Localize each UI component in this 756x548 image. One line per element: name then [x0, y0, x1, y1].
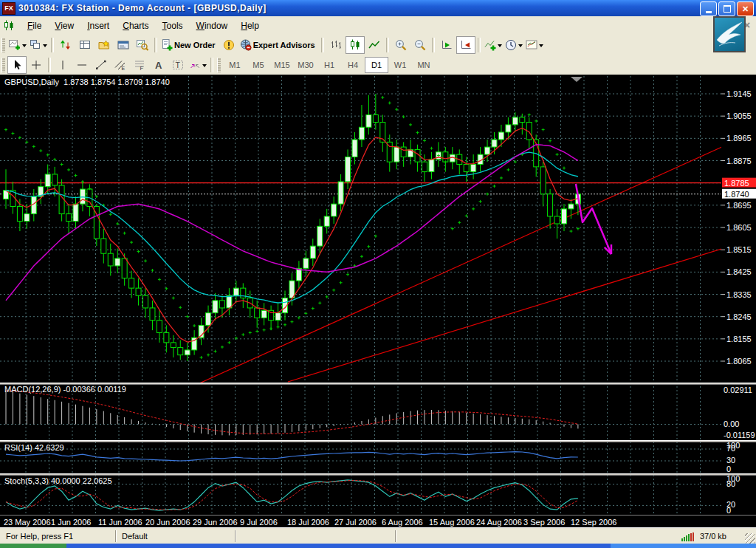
arrows-icon — [189, 59, 201, 71]
close-button[interactable]: ✕ — [737, 1, 754, 16]
equidistant-channel-button[interactable]: E — [111, 56, 130, 74]
metaeditor-button[interactable] — [219, 36, 238, 54]
chart-shift-button[interactable] — [456, 36, 475, 54]
text-icon: A — [153, 59, 165, 71]
cursor-button[interactable] — [7, 56, 27, 74]
toolbar-separator — [478, 38, 481, 52]
navigator-button[interactable] — [94, 36, 114, 54]
menu-tools[interactable]: Tools — [156, 18, 190, 33]
text-button[interactable]: A — [149, 56, 168, 74]
timeframe-d1-button[interactable]: D1 — [365, 57, 388, 73]
templates-button[interactable] — [524, 36, 545, 54]
zoom-in-button[interactable] — [391, 36, 410, 54]
line-chart-button[interactable] — [365, 36, 384, 54]
fibonacci-icon: F — [134, 59, 145, 71]
window-title: 3010384: FX Station - Demo Account - [GB… — [18, 3, 267, 13]
rsi-panel[interactable] — [0, 449, 721, 461]
svg-text:27 Jul 2006: 27 Jul 2006 — [334, 518, 377, 527]
chevron-down-icon[interactable] — [539, 44, 543, 49]
stochastic-panel[interactable] — [0, 480, 721, 510]
profiles-icon — [30, 39, 41, 51]
terminal-button[interactable] — [114, 36, 133, 54]
text-label-icon: T — [172, 59, 184, 71]
chevron-down-icon[interactable] — [43, 44, 47, 49]
new-chart-button[interactable] — [7, 36, 28, 54]
timeframe-m15-button[interactable]: M15 — [270, 57, 294, 73]
status-profile[interactable]: Default — [115, 530, 235, 542]
expert-advisors-label: Expert Advisors — [253, 41, 315, 49]
bar-chart-button[interactable] — [326, 36, 346, 54]
svg-text:1.8425: 1.8425 — [726, 267, 752, 276]
title-bar[interactable]: FX 3010384: FX Station - Demo Account - … — [0, 0, 756, 16]
trendline-annotation — [199, 140, 738, 383]
timeframe-h1-button[interactable]: H1 — [317, 57, 341, 73]
toolbar-grip[interactable] — [1, 38, 5, 52]
chevron-down-icon[interactable] — [202, 64, 207, 69]
fibonacci-button[interactable]: F — [130, 56, 149, 74]
chart-area[interactable]: 1.91451.90551.89651.88751.86951.86051.85… — [0, 75, 756, 527]
menu-insert[interactable]: Insert — [80, 18, 116, 33]
svg-text:18 Jul 2006: 18 Jul 2006 — [287, 518, 329, 527]
restore-button[interactable] — [718, 1, 735, 16]
data-window-button[interactable] — [75, 36, 94, 54]
date-axis[interactable]: 23 May 20061 Jun 200611 Jun 200620 Jun 2… — [4, 518, 616, 527]
candle-chart-icon — [349, 39, 361, 51]
market-watch-button[interactable] — [56, 36, 75, 54]
vertical-line-button[interactable] — [53, 56, 72, 74]
chevron-down-icon[interactable] — [22, 44, 27, 49]
minimize-button[interactable] — [700, 1, 717, 16]
chevron-down-icon[interactable] — [498, 44, 502, 49]
profiles-button[interactable] — [28, 36, 49, 54]
zoom-out-button[interactable] — [410, 36, 430, 54]
price-chart-canvas[interactable]: 1.91451.90551.89651.88751.86951.86051.85… — [0, 75, 756, 527]
menu-charts[interactable]: Charts — [116, 18, 155, 33]
svg-text:E: E — [122, 66, 126, 71]
menu-bar: FileViewInsertChartsToolsWindowHelp × — [0, 16, 756, 35]
svg-text:70: 70 — [726, 444, 735, 453]
resize-grip[interactable] — [745, 533, 755, 544]
periods-icon — [505, 39, 517, 51]
menu-view[interactable]: View — [48, 18, 80, 33]
horizontal-line-button[interactable] — [72, 56, 92, 74]
drawing-toolbar: EFATM1M5M15M30H1H4D1W1MN — [0, 55, 756, 76]
candle-chart-button[interactable] — [346, 36, 365, 54]
menu-help[interactable]: Help — [234, 18, 266, 33]
timeframe-h4-button[interactable]: H4 — [341, 57, 365, 73]
indicators-button[interactable] — [483, 36, 504, 54]
svg-text:12 Sep 2006: 12 Sep 2006 — [571, 518, 616, 527]
svg-text:9 Jul 2006: 9 Jul 2006 — [240, 518, 278, 527]
timeframe-m30-button[interactable]: M30 — [294, 57, 317, 73]
svg-text:-0.01159: -0.01159 — [724, 431, 755, 439]
menu-window[interactable]: Window — [190, 18, 235, 33]
strategy-tester-button[interactable] — [133, 36, 152, 54]
toolbar-grip[interactable] — [217, 58, 221, 72]
toolbar-separator — [154, 38, 157, 52]
zoom-out-icon — [414, 39, 426, 51]
timeframe-m1-button[interactable]: M1 — [223, 57, 247, 73]
crosshair-button[interactable] — [27, 56, 46, 74]
toolbar-grip[interactable] — [1, 58, 5, 72]
svg-text:1.8245: 1.8245 — [726, 312, 752, 321]
arrows-button[interactable] — [188, 56, 208, 74]
svg-text:0.00: 0.00 — [724, 419, 739, 428]
auto-scroll-button[interactable] — [437, 36, 456, 54]
bar-chart-icon — [330, 39, 342, 51]
chevron-down-icon[interactable] — [518, 44, 523, 49]
expert-advisors-button[interactable]: Expert Advisors — [238, 36, 319, 54]
timeframe-w1-button[interactable]: W1 — [388, 57, 412, 73]
new-order-button[interactable]: New Order — [159, 36, 219, 54]
text-label-button[interactable]: T — [168, 56, 188, 74]
status-cell-empty2 — [395, 530, 592, 542]
menu-file[interactable]: File — [21, 18, 48, 33]
price-axis[interactable]: 1.91451.90551.89651.88751.86951.86051.85… — [721, 89, 756, 515]
market-watch-icon — [60, 39, 72, 51]
timeframe-m5-button[interactable]: M5 — [247, 57, 270, 73]
svg-text:1.8155: 1.8155 — [726, 335, 752, 343]
periods-button[interactable] — [504, 36, 524, 54]
macd-panel[interactable] — [0, 391, 721, 436]
main-price-panel[interactable] — [0, 94, 746, 383]
status-help-text: For Help, press F1 — [0, 530, 115, 542]
trendline-button[interactable] — [92, 56, 111, 74]
svg-text:1.8605: 1.8605 — [726, 223, 752, 232]
timeframe-mn-button[interactable]: MN — [412, 57, 436, 73]
